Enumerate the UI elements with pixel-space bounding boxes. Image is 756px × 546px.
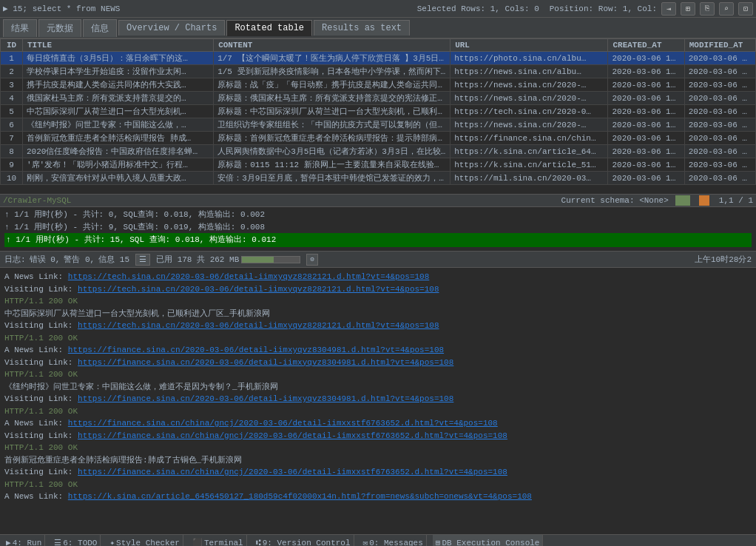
schema-label: Current schema: <None> <box>561 196 669 205</box>
table-cell: 2020-03-06 1… <box>608 158 684 172</box>
settings-icon[interactable]: ⚙ <box>306 254 318 266</box>
table-cell: 2020-03-06 … <box>684 105 755 118</box>
table-cell: '席'发布！「聪明小猪适用标准中文」行程… <box>23 158 214 172</box>
col-header-id: ID <box>1 39 23 52</box>
selected-rows: Selected Rows: 1, Cols: 0 <box>417 4 539 13</box>
sql-line-1: ↑ 1/1 用时(秒) - 共计: 0, SQL查询: 0.018, 构造输出:… <box>4 209 752 221</box>
tab-results-text[interactable]: Results as text <box>314 20 410 36</box>
db-icon: ⊞ <box>436 538 441 546</box>
table-row[interactable]: 82020信任度峰会报告：中国政府信任度排名蝉…人民网舆情数据中心3月5日电（记… <box>1 145 756 158</box>
table-cell: 2020-03-06 … <box>684 132 755 145</box>
console-line-4: Visiting Link: https://finance.sina.cn/2… <box>4 357 752 369</box>
nav-icon[interactable]: ⊞ <box>681 2 695 16</box>
sql-output: ↑ 1/1 用时(秒) - 共计: 0, SQL查询: 0.018, 构造输出:… <box>0 207 756 252</box>
console-status-4: HTTP/1.1 200 OK <box>4 405 752 418</box>
version-control-button[interactable]: ⑆ 9: Version Control <box>253 535 354 546</box>
table-cell: 首例新冠危重症患者全肺活检病理报告 肺成… <box>23 132 214 145</box>
tab-overview[interactable]: Overview / Charts <box>118 20 225 36</box>
terminal-icon: ⬛ <box>192 538 203 546</box>
console-title-3: 首例新冠危重症患者全肺活检病理报告:肺成了古铜色_手机新浪网 <box>4 454 752 467</box>
position-label: Position: Row: 1, Col: <box>550 4 657 13</box>
db-console-button[interactable]: ⊞ DB Execution Console <box>433 535 544 546</box>
table-cell: 5 <box>1 105 23 118</box>
maximize-icon[interactable]: ⊡ <box>738 2 753 16</box>
table-cell: 2 <box>1 65 23 78</box>
ok-indicator <box>675 195 690 206</box>
table-cell: 10 <box>1 172 23 185</box>
col-header-title: TITLE <box>23 39 214 52</box>
table-cell: 中芯国际深圳厂从荷兰进口一台大型光刻机… <box>23 105 214 118</box>
table-cell: 2020信任度峰会报告：中国政府信任度排名蝉… <box>23 145 214 158</box>
version-icon: ⑆ <box>256 539 261 547</box>
arrow-icon[interactable]: ⇥ <box>661 2 676 16</box>
tab-result[interactable]: 结果 <box>3 19 37 37</box>
mem-progress <box>241 256 300 263</box>
table-cell: 2020-03-06 … <box>684 52 755 65</box>
table-cell: 学校停课日本学生开始追疫：没留作业太闲… <box>23 65 214 78</box>
console-status-3: HTTP/1.1 200 OK <box>4 368 752 381</box>
terminal-button[interactable]: ⬛ Terminal <box>189 535 247 546</box>
table-cell: 每日疫情直击（3月5日）：落日余晖下的这… <box>23 52 214 65</box>
table-cell: 2020-03-06 … <box>684 172 755 185</box>
warn-indicator <box>699 195 709 206</box>
data-table: ID TITLE CONTENT URL CREATED_AT MODIFIED… <box>0 38 756 185</box>
search-icon[interactable]: ⌕ <box>719 2 734 16</box>
position-info: 1,1 / 1 <box>719 196 753 205</box>
tab-rotated[interactable]: Rotated table <box>226 20 312 36</box>
console-status-5: HTTP/1.1 200 OK <box>4 442 752 454</box>
tab-info[interactable]: 信息 <box>83 19 117 37</box>
table-cell: 原标题：俄国家杜马主席：所有党派支持普京提交的宪法修正草… <box>214 92 450 105</box>
log-label: 日志: 错误 0, 警告 0, 信息 15 <box>4 254 129 265</box>
table-cell: https://news.sina.cn/2020-… <box>450 78 608 92</box>
table-row[interactable]: 7首例新冠危重症患者全肺活检病理报告 肺成…原标题：首例新冠危重症患者全肺活检病… <box>1 132 756 145</box>
status-bar: /Crawler-MySQL Current schema: <None> 1,… <box>0 194 756 207</box>
table-row[interactable]: 6《纽约时报》问世卫专家：中国能这么做，…卫组织访华专家组组长：「中国的抗疫方式… <box>1 118 756 132</box>
table-cell: 卫组织访华专家组组长：「中国的抗疫方式是可以复制的（但… <box>214 118 450 132</box>
table-row[interactable]: 2学校停课日本学生开始追疫：没留作业太闲…1/5 受到新冠肺炎疫情影响，日本各地… <box>1 65 756 78</box>
table-cell: 7 <box>1 132 23 145</box>
table-row[interactable]: 4俄国家杜马主席：所有党派支持普京提交的…原标题：俄国家杜马主席：所有党派支持普… <box>1 92 756 105</box>
table-row[interactable]: 5中芯国际深圳厂从荷兰进口一台大型光刻机…原标题：中芯国际深圳厂从荷兰进口一台大… <box>1 105 756 118</box>
table-cell: 2020-03-06 … <box>684 145 755 158</box>
table-row[interactable]: 10刚刚，安倍宣布针对从中韩入境人员重大政…安倍：3月9日至月底，暂停日本驻中韩… <box>1 172 756 185</box>
table-cell: 2020-03-06 … <box>684 78 755 92</box>
col-header-url: URL <box>450 39 608 52</box>
todo-button[interactable]: ☰ 6: TODO <box>51 535 101 546</box>
console-line-7: Visiting Link: https://finance.sina.cn/c… <box>4 430 752 442</box>
table-cell: 2020-03-06 1… <box>608 78 684 92</box>
messages-button[interactable]: ✉ 0: Messages <box>360 535 427 546</box>
table-cell: 携手抗疫是构建人类命运共同体的伟大实践… <box>23 78 214 92</box>
console-line-6: A News Link: https://finance.sina.cn/chi… <box>4 417 752 430</box>
run-icon: ▶ <box>6 538 11 546</box>
log-icon[interactable]: ☰ <box>135 254 150 266</box>
table-cell: 2020-03-06 1… <box>608 145 684 158</box>
col-header-content: CONTENT <box>214 39 450 52</box>
table-cell: https://news.sina.cn/albu… <box>450 65 608 78</box>
table-cell: 安倍：3月9日至月底，暂停日本驻中韩使馆已发签证的效力，突… <box>214 172 450 185</box>
table-cell: https://news.sina.cn/2020-… <box>450 118 608 132</box>
table-row[interactable]: 1每日疫情直击（3月5日）：落日余晖下的这…1/7 【这个瞬间太暖了！医生为病人… <box>1 52 756 65</box>
table-row[interactable]: 9'席'发布！「聪明小猪适用标准中文」行程…原标题：0115 11:12 新浪网… <box>1 158 756 172</box>
table-cell: 3 <box>1 78 23 92</box>
col-header-created: CREATED_AT <box>608 39 684 52</box>
tab-metadata[interactable]: 元数据 <box>38 19 81 37</box>
mem-fill <box>242 257 274 263</box>
table-cell: 原标题：战「疫」「每日动察」携手抗疫是构建人类命运共同体的伟… <box>214 78 450 92</box>
table-cell: 2020-03-06 1… <box>608 172 684 185</box>
sql-line-2: ↑ 1/1 用时(秒) - 共计: 9, SQL查询: 0.019, 构造输出:… <box>4 221 752 234</box>
memory-bar: 已用 178 共 262 MB <box>156 254 300 265</box>
console-line-0: A News Link: https://tech.sina.cn/2020-0… <box>4 271 752 283</box>
table-cell: https://k.sina.cn/article_64… <box>450 145 608 158</box>
table-cell: 8 <box>1 145 23 158</box>
table-cell: 《纽约时报》问世卫专家：中国能这么做，… <box>23 118 214 132</box>
style-checker-button[interactable]: ✦ Style Checker <box>107 535 183 546</box>
console-line-8: Visiting Link: https://finance.sina.cn/c… <box>4 466 752 479</box>
copy-icon[interactable]: ⎘ <box>700 2 715 16</box>
table-cell: 1/5 受到新冠肺炎疫情影响，日本各地中小学停课，然而闲下来… <box>214 65 450 78</box>
run-button[interactable]: ▶ 4: Run <box>3 535 45 546</box>
console-title-1: 中芯国际深圳厂从荷兰进口一台大型光刻机，已顺利进入厂区_手机新浪网 <box>4 308 752 320</box>
table-cell: 2020-03-06 1… <box>608 118 684 132</box>
todo-icon: ☰ <box>54 538 61 546</box>
table-cell: 2020-03-06 … <box>684 158 755 172</box>
table-row[interactable]: 3携手抗疫是构建人类命运共同体的伟大实践…原标题：战「疫」「每日动察」携手抗疫是… <box>1 78 756 92</box>
